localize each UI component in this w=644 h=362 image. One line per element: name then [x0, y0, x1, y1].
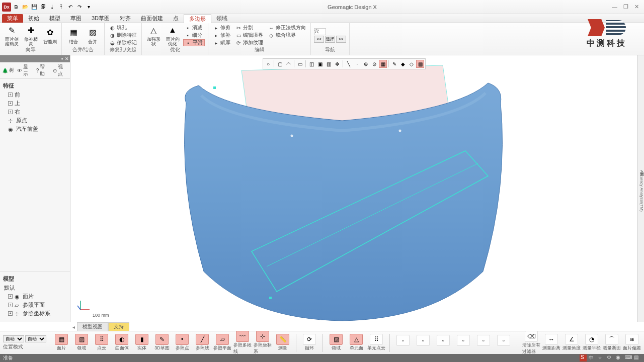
subdivide-button[interactable]: ▪细分	[183, 32, 205, 39]
close-button[interactable]: ✕	[634, 4, 639, 10]
tab-model[interactable]: 模型	[44, 14, 65, 23]
shade-mode-icon[interactable]: ▦	[379, 60, 387, 68]
tree-item-ref-plane[interactable]: +▱参照平面	[1, 301, 69, 309]
tree-item-origin[interactable]: ⊹原点	[1, 116, 69, 125]
vertex-icon[interactable]: ·	[353, 60, 361, 68]
repair-wizard-button[interactable]: ✚修补精灵	[22, 24, 39, 46]
tree-item-right[interactable]: +右	[1, 108, 69, 116]
tab-polygon[interactable]: 多边形	[184, 14, 211, 23]
add-texture-button[interactable]: ⟳添加纹理	[234, 39, 265, 46]
extra-tool-5[interactable]: ▫	[474, 335, 493, 351]
filter-face-button[interactable]: △单元面	[347, 334, 365, 351]
maximize-button[interactable]: ❐	[623, 4, 628, 10]
expand-icon[interactable]: +	[8, 110, 13, 114]
extra-tool-6[interactable]: ▫	[495, 335, 513, 351]
tree-item-top[interactable]: +上	[1, 99, 69, 108]
sb-icon-5[interactable]: ▤	[634, 354, 641, 361]
expand-icon[interactable]: +	[8, 303, 13, 307]
filter-refline-button[interactable]: ╱参照线	[193, 334, 211, 351]
sb-icon-2[interactable]: ⚙	[607, 354, 614, 361]
viewpoint-tab[interactable]: ⊙视点	[53, 63, 68, 77]
expand-icon[interactable]: +	[8, 101, 13, 106]
lasso-select-icon[interactable]: ◠	[284, 60, 292, 68]
pos-mode-select-1[interactable]: 自动	[3, 335, 24, 342]
select-mode-icon[interactable]: ○	[264, 60, 272, 68]
pin-icon[interactable]: ▪	[61, 56, 63, 61]
split-button[interactable]: ✂分割	[234, 24, 265, 31]
tree-item-front[interactable]: +前	[1, 90, 69, 99]
edit-boundary-button[interactable]: ▭编辑境界	[234, 32, 265, 39]
qat-dropdown-icon[interactable]: ▾	[85, 3, 93, 11]
redo-icon[interactable]: ↷	[75, 3, 84, 11]
filter-vertex-button[interactable]: ⠿单元点云	[367, 334, 385, 351]
smart-brush-button[interactable]: ✿智能刷	[41, 27, 58, 44]
undo-icon[interactable]: ↶	[66, 3, 74, 11]
filter-refcsys-button[interactable]: ⊹参照坐标系	[254, 331, 272, 355]
filter-measure-button[interactable]: 📏测量	[274, 334, 292, 351]
tab-align[interactable]: 对齐	[115, 14, 136, 23]
fix-normals-button[interactable]: ↔修正法线方向	[267, 24, 307, 31]
filter-region-button[interactable]: ▨领域	[72, 334, 91, 351]
combine-button[interactable]: ▦结合	[65, 27, 82, 44]
decimate-button[interactable]: ▪消减	[183, 24, 205, 31]
nav-select-button[interactable]: 选择	[325, 36, 335, 43]
extra-tool-2[interactable]: ▫	[414, 335, 432, 351]
delete-feature-button[interactable]: ◑删除特征	[108, 32, 138, 39]
nav-prev-button[interactable]: <<	[314, 36, 324, 43]
view-pan-icon[interactable]: ✥	[333, 60, 341, 68]
filter-region2-button[interactable]: ▨领域	[327, 334, 345, 351]
extra-tool-4[interactable]: ▫	[454, 335, 472, 351]
expand-icon[interactable]: +	[8, 294, 13, 299]
expand-icon[interactable]: +	[8, 311, 13, 316]
tab-surface[interactable]: 曲面创建	[136, 14, 168, 23]
fill-hole-button[interactable]: ◐填孔	[108, 24, 138, 31]
tree-item-mesh[interactable]: ◉汽车前盖	[1, 125, 69, 133]
mirror-boundary-button[interactable]: ◇镜合境界	[267, 32, 307, 39]
display-tab[interactable]: 👁显示	[17, 63, 33, 77]
filter-surfacebody-button[interactable]: ◐曲面体	[113, 334, 131, 351]
export-icon[interactable]: ⭱	[57, 3, 65, 11]
view-front-icon[interactable]: ▭	[296, 60, 304, 68]
enhance-shape-button[interactable]: △加强形状	[145, 24, 162, 46]
thicken-button[interactable]: ▸赋厚	[211, 39, 232, 46]
tree-item-mesh2[interactable]: +◉面片	[1, 292, 69, 301]
normal-icon[interactable]: ⊕	[362, 60, 370, 68]
clear-filters-button[interactable]: ⌫清除所有过滤器	[522, 331, 540, 355]
tab-prev-icon[interactable]: ◂	[70, 324, 77, 330]
tree-tab[interactable]: 🌲树	[2, 63, 14, 77]
tool-c-icon[interactable]: ◇	[408, 60, 416, 68]
smooth-button[interactable]: ▪平滑	[183, 39, 205, 46]
tool-b-icon[interactable]: ◆	[399, 60, 407, 68]
view-top-icon[interactable]: ▣	[316, 60, 324, 68]
open-icon[interactable]: 📂	[21, 3, 29, 11]
tab-sketch[interactable]: 草图	[65, 14, 87, 23]
mesh-deviation-button[interactable]: ≋面片偏差	[623, 334, 641, 351]
measure-radius-button[interactable]: ◔测量半径	[583, 334, 601, 351]
expand-icon[interactable]: +	[8, 93, 13, 97]
nav-input[interactable]	[314, 28, 326, 35]
mesh-wizard-button[interactable]: ✎面片创建精灵	[3, 24, 20, 46]
filter-pointcloud-button[interactable]: ⠿点云	[93, 334, 111, 351]
pos-mode-select-2[interactable]: 自动	[25, 335, 46, 342]
extra-tool-3[interactable]: ▫	[434, 335, 452, 351]
menu-tab[interactable]: 菜单	[2, 14, 23, 23]
3d-viewport[interactable]	[70, 55, 637, 322]
model-view-tab[interactable]: 模型视图	[77, 322, 108, 331]
tab-3dsketch[interactable]: 3D草图	[87, 14, 115, 23]
ime-icon[interactable]: S	[580, 354, 587, 361]
view-right-icon[interactable]: ▥	[325, 60, 333, 68]
right-dock-bar[interactable]: 测量 Accuracy Analyzer(TM)	[637, 55, 644, 322]
view-iso-icon[interactable]: ◫	[307, 60, 315, 68]
tool-a-icon[interactable]: ✎	[390, 60, 398, 68]
new-icon[interactable]: 🗎	[12, 3, 20, 11]
help-tab[interactable]: ?帮助	[36, 63, 50, 77]
sb-icon-3[interactable]: ◉	[616, 354, 623, 361]
tree-item-ref-csys[interactable]: +⊹参照坐标系	[1, 309, 69, 318]
edge-icon[interactable]: ╲	[345, 60, 353, 68]
lang-icon[interactable]: 中	[589, 354, 596, 361]
save-all-icon[interactable]: 🗐	[39, 3, 47, 11]
minimize-button[interactable]: —	[612, 4, 617, 10]
support-tab[interactable]: 支持	[108, 322, 129, 331]
filter-refplane-button[interactable]: ▱参照平面	[213, 334, 231, 351]
filter-mesh-button[interactable]: ▦面片	[52, 334, 70, 351]
